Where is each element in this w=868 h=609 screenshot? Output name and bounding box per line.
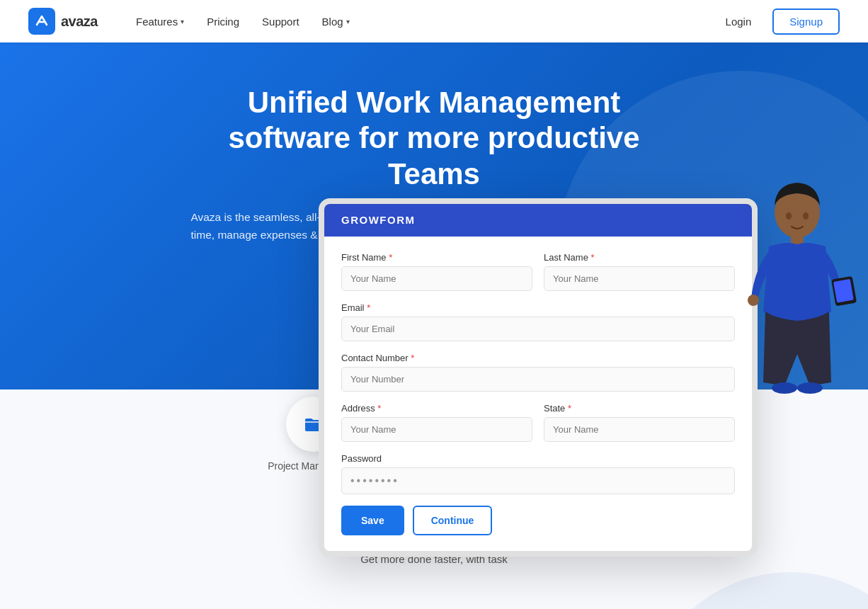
nav-links: Features ▾ Pricing Support Blog ▾ — [126, 10, 713, 33]
lastname-label: Last Name * — [544, 252, 735, 263]
tablet-frame: GROWFORM First Name * Last Name — [319, 198, 758, 557]
logo[interactable]: avaza — [28, 8, 98, 35]
form-row-name: First Name * Last Name * — [341, 252, 735, 291]
svg-rect-20 — [833, 279, 854, 303]
form-group-phone: Contact Number * — [341, 353, 735, 392]
svg-point-21 — [772, 382, 797, 394]
svg-point-23 — [786, 212, 792, 220]
form-group-lastname: Last Name * — [544, 252, 735, 291]
growform-overlay: GROWFORM First Name * Last Name — [319, 198, 758, 557]
login-button[interactable]: Login — [713, 10, 765, 33]
firstname-input[interactable] — [341, 266, 532, 291]
signup-button[interactable]: Signup — [772, 8, 840, 35]
form-group-state: State * — [544, 403, 735, 442]
svg-point-24 — [803, 212, 809, 220]
logo-icon — [28, 8, 55, 35]
form-row-email: Email * — [341, 302, 735, 341]
nav-link-blog[interactable]: Blog ▾ — [312, 10, 360, 33]
address-label: Address * — [341, 403, 532, 414]
state-input[interactable] — [544, 417, 735, 442]
chevron-down-icon: ▾ — [181, 18, 184, 25]
logo-text: avaza — [61, 13, 98, 30]
password-input[interactable] — [341, 467, 735, 494]
phone-label: Contact Number * — [341, 353, 735, 363]
nav-link-pricing[interactable]: Pricing — [197, 10, 249, 33]
nav-actions: Login Signup — [713, 8, 840, 35]
form-row-password: Password — [341, 453, 735, 494]
password-label: Password — [341, 453, 735, 464]
continue-button[interactable]: Continue — [413, 506, 493, 535]
email-label: Email * — [341, 302, 735, 313]
address-input[interactable] — [341, 417, 532, 442]
form-group-address: Address * — [341, 403, 532, 442]
lastname-input[interactable] — [544, 266, 735, 291]
growform-header: GROWFORM — [324, 204, 752, 237]
email-input[interactable] — [341, 317, 735, 341]
svg-point-22 — [797, 382, 823, 394]
phone-input[interactable] — [341, 367, 735, 392]
page-wrapper: avaza Features ▾ Pricing Support Blog ▾ … — [0, 0, 868, 609]
firstname-label: First Name * — [341, 252, 532, 263]
nav-link-support[interactable]: Support — [252, 10, 309, 33]
svg-point-18 — [748, 295, 759, 306]
form-actions: Save Continue — [341, 506, 735, 535]
growform-body: First Name * Last Name * — [324, 237, 752, 551]
growform-brand: GROWFORM — [341, 214, 415, 226]
save-button[interactable]: Save — [341, 506, 404, 535]
navbar: avaza Features ▾ Pricing Support Blog ▾ … — [0, 0, 868, 42]
form-group-firstname: First Name * — [341, 252, 532, 291]
hero-title: Unified Work Management software for mor… — [186, 85, 682, 192]
form-row-phone: Contact Number * — [341, 353, 735, 392]
form-row-address: Address * State * — [341, 403, 735, 442]
state-label: State * — [544, 403, 735, 414]
person-illustration — [726, 170, 868, 467]
chevron-down-icon: ▾ — [346, 18, 350, 25]
form-group-password: Password — [341, 453, 735, 494]
form-group-email: Email * — [341, 302, 735, 341]
nav-link-features[interactable]: Features ▾ — [126, 10, 194, 33]
